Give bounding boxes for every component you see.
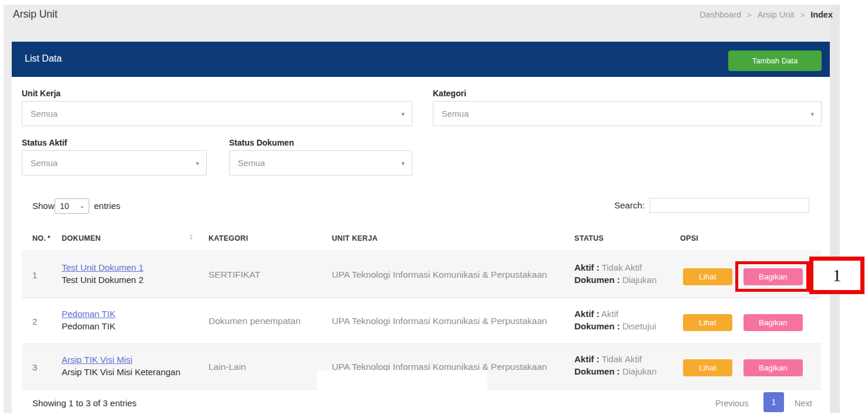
vertical-scrollbar[interactable] — [830, 5, 840, 413]
breadcrumb: Dashboard > Arsip Unit > Index — [699, 10, 833, 19]
status-dokumen-select[interactable]: Semua ▾ — [229, 150, 412, 176]
dropdown-arrow-icon: ▾ — [401, 110, 405, 117]
dokumen-keterangan: Arsip TIK Visi Misi Keterangan — [62, 366, 180, 378]
status-aktif-value: Tidak Aktif — [601, 262, 642, 272]
page-length-value: 10 — [60, 201, 69, 211]
annotation-marker-1: 1 — [809, 257, 864, 294]
search-input[interactable] — [650, 198, 809, 213]
column-header-dokumen[interactable]: DOKUMEN — [62, 234, 101, 242]
dokumen-cell: Arsip TIK Visi Misi Arsip TIK Visi Misi … — [62, 353, 180, 378]
entries-label: entries — [94, 201, 120, 211]
breadcrumb-arsip-unit[interactable]: Arsip Unit — [758, 10, 795, 19]
status-aktif-value: Aktif — [601, 309, 618, 319]
table-row: 1 Test Unit Dokumen 1 Test Unit Dokumen … — [22, 252, 821, 298]
sort-asc-icon: ▲ — [46, 234, 51, 239]
status-cell: Aktif : Tidak Aktif Dokumen : Diajukan — [574, 261, 657, 286]
dropdown-arrow-icon: ▾ — [810, 110, 814, 117]
dokumen-cell: Test Unit Dokumen 1 Test Unit Dokumen 2 — [62, 261, 143, 286]
annotation-marker-number: 1 — [833, 265, 842, 285]
dropdown-arrow-icon: ▾ — [401, 159, 405, 167]
sort-down-icon: ▼ — [189, 237, 193, 241]
page-title: Arsip Unit — [13, 8, 58, 21]
bagikan-button[interactable]: Bagikan — [743, 359, 803, 376]
kategori-cell: Lain-Lain — [208, 362, 246, 372]
column-header-kategori[interactable]: KATEGORI — [208, 234, 248, 242]
dokumen-keterangan: Test Unit Dokumen 2 — [62, 274, 143, 286]
kategori-selected-value: Semua — [442, 109, 469, 119]
breadcrumb-index: Index — [810, 10, 833, 19]
bagikan-button[interactable]: Bagikan — [743, 314, 803, 331]
sort-icon[interactable]: ▲ ▼ — [189, 234, 193, 241]
status-dokumen-value: Disetujui — [623, 321, 657, 331]
white-overlay-patch — [317, 370, 487, 395]
status-cell: Aktif : Aktif Dokumen : Disetujui — [574, 308, 656, 332]
status-aktif-label: Status Aktif — [22, 138, 67, 147]
unit-kerja-select[interactable]: Semua ▾ — [22, 101, 412, 126]
dokumen-link[interactable]: Test Unit Dokumen 1 — [62, 262, 143, 272]
page-length-select[interactable]: 10 ⌄ — [55, 198, 89, 214]
unit-kerja-cell: UPA Teknologi Informasi Komunikasi & Per… — [332, 316, 547, 326]
status-aktif-selected-value: Semua — [31, 159, 58, 168]
annotation-highlight-box — [735, 261, 809, 292]
page: Arsip Unit Dashboard > Arsip Unit > Inde… — [0, 0, 868, 418]
search-label: Search: — [614, 200, 645, 210]
row-number: 1 — [32, 270, 37, 280]
kategori-label: Kategori — [433, 89, 466, 98]
status-dokumen-label: Status Dokumen — [229, 138, 294, 147]
status-dokumen-value: Diajukan — [623, 275, 657, 285]
dokumen-cell: Pedoman TIK Pedoman TIK — [62, 308, 115, 332]
dokumen-link[interactable]: Pedoman TIK — [62, 309, 115, 319]
table-row: 2 Pedoman TIK Pedoman TIK Dokumen penemp… — [22, 298, 821, 343]
lihat-button[interactable]: Lihat — [683, 314, 732, 331]
dokumen-link[interactable]: Arsip TIK Visi Misi — [62, 355, 132, 365]
row-number: 2 — [32, 316, 37, 326]
pagination-next[interactable]: Next — [795, 399, 812, 408]
kategori-cell: SERTIFIKAT — [208, 269, 260, 280]
lihat-button[interactable]: Lihat — [683, 268, 732, 285]
row-number: 3 — [32, 362, 37, 372]
card-header — [12, 42, 830, 77]
column-header-status[interactable]: STATUS — [574, 234, 604, 242]
card-title: List Data — [25, 53, 62, 64]
column-header-no[interactable]: NO.▲ — [32, 234, 51, 242]
column-header-opsi[interactable]: OPSI — [680, 234, 698, 242]
kategori-cell: Dokumen penempatan — [208, 316, 301, 326]
dropdown-arrow-icon: ▾ — [196, 159, 199, 167]
unit-kerja-label: Unit Kerja — [22, 89, 60, 98]
pagination-page-1[interactable]: 1 — [763, 392, 784, 412]
table-header-divider — [22, 251, 821, 251]
showing-entries-text: Showing 1 to 3 of 3 entries — [32, 398, 137, 408]
lihat-button[interactable]: Lihat — [683, 359, 732, 376]
unit-kerja-cell: UPA Teknologi Informasi Komunikasi & Per… — [332, 269, 547, 280]
breadcrumb-dashboard[interactable]: Dashboard — [699, 10, 741, 19]
status-aktif-select[interactable]: Semua ▾ — [22, 150, 207, 176]
status-dokumen-value: Diajukan — [623, 366, 657, 376]
kategori-select[interactable]: Semua ▾ — [433, 101, 822, 126]
breadcrumb-separator: > — [800, 11, 805, 19]
unit-kerja-selected-value: Semua — [31, 109, 58, 119]
tambah-data-button[interactable]: Tambah Data — [728, 50, 822, 71]
chevron-down-icon: ⌄ — [80, 202, 85, 208]
dokumen-keterangan: Pedoman TIK — [62, 320, 115, 332]
pagination-previous[interactable]: Previous — [715, 399, 748, 408]
breadcrumb-separator: > — [747, 11, 752, 19]
column-header-unit-kerja[interactable]: UNIT KERJA — [332, 234, 378, 242]
status-dokumen-selected-value: Semua — [238, 159, 265, 168]
status-aktif-value: Tidak Aktif — [601, 354, 642, 364]
status-cell: Aktif : Tidak Aktif Dokumen : Diajukan — [574, 353, 657, 377]
show-label: Show — [32, 201, 55, 211]
